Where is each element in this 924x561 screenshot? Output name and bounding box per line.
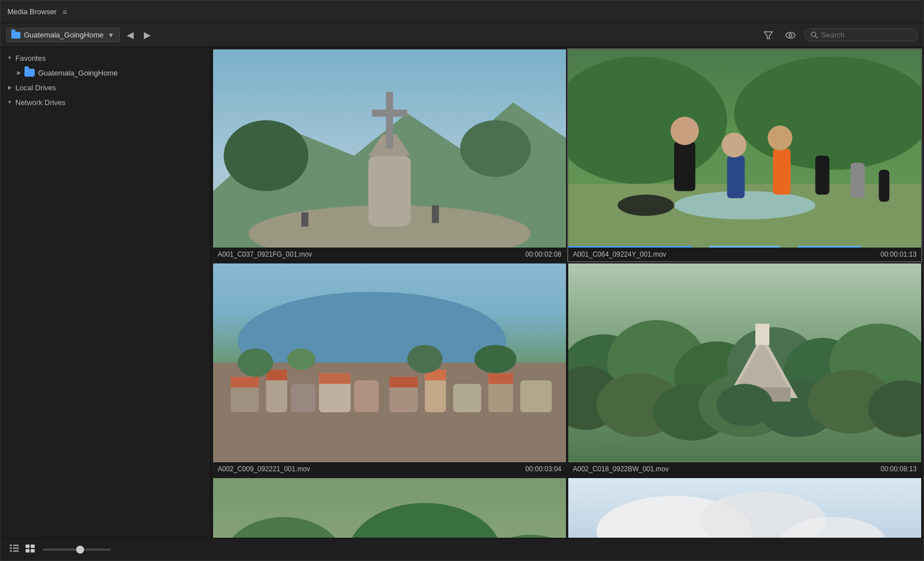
back-button[interactable]: ◀ [123, 27, 137, 43]
list-view-button[interactable] [7, 543, 21, 556]
thumb-lake-scene [213, 263, 566, 462]
svg-rect-47 [319, 374, 351, 384]
svg-point-14 [460, 120, 531, 177]
slider-track [43, 549, 111, 551]
folder-dropdown[interactable]: Guatemala_GoingHome ▾ [6, 28, 120, 42]
search-input[interactable] [821, 31, 906, 39]
thumb-soccer-scene [568, 49, 921, 248]
guatemala-label: Guatemala_GoingHome [38, 69, 118, 77]
svg-rect-44 [520, 380, 552, 412]
svg-rect-28 [815, 156, 830, 195]
favorites-arrow-icon [5, 53, 14, 62]
svg-point-73 [717, 384, 773, 426]
svg-rect-9 [368, 156, 411, 227]
svg-point-54 [475, 345, 517, 374]
media-grid: A001_C037_0921FG_001.mov 00:00:02:08 [213, 49, 921, 538]
thumbnail-clip6 [568, 478, 921, 538]
media-cell-clip6[interactable] [568, 478, 921, 538]
svg-point-51 [238, 349, 273, 377]
main-content: Favorites Guatemala_GoingHome Local Driv… [1, 47, 923, 538]
svg-rect-29 [851, 163, 865, 198]
svg-point-21 [674, 191, 815, 220]
cross-scene-svg [213, 49, 566, 248]
filename-clip3: A002_C009_092221_001.mov [218, 465, 310, 473]
menu-icon[interactable]: ≡ [63, 7, 67, 16]
progress-bar [568, 245, 921, 248]
svg-point-31 [618, 195, 674, 216]
duration-clip4: 00:00:08:13 [881, 465, 917, 473]
svg-point-25 [722, 133, 746, 158]
network-drives-arrow-icon [5, 98, 14, 107]
svg-rect-48 [390, 377, 418, 388]
filename-clip1: A001_C037_0921FG_001.mov [218, 250, 312, 258]
sidebar-item-local-drives[interactable]: Local Drives [1, 80, 210, 95]
thumb-size-slider [43, 549, 111, 551]
sidebar-item-favorites[interactable]: Favorites [1, 51, 210, 65]
duration-clip2: 00:00:01:13 [881, 250, 917, 258]
slider-thumb[interactable] [76, 546, 84, 554]
thumbnail-clip1 [213, 49, 566, 248]
guatemala-arrow-icon [14, 68, 23, 77]
svg-rect-95 [31, 549, 35, 552]
svg-rect-45 [231, 377, 259, 388]
svg-rect-42 [453, 384, 481, 412]
svg-line-4 [815, 36, 818, 39]
filter-button[interactable] [760, 28, 777, 43]
view-icons [7, 543, 37, 556]
partial-right-svg [568, 478, 921, 538]
folder-name-label: Guatemala_GoingHome [24, 31, 103, 39]
media-cell-clip5[interactable] [213, 478, 566, 538]
svg-rect-16 [301, 212, 308, 227]
media-info-clip2: A001_C064_09224Y_001.mov 00:00:01:13 [568, 248, 921, 261]
toolbar-icons [760, 28, 918, 43]
sidebar-item-network-drives[interactable]: Network Drives [1, 95, 210, 110]
svg-rect-26 [773, 149, 790, 195]
grid-view-button[interactable] [23, 543, 37, 556]
svg-rect-94 [26, 549, 30, 552]
filename-clip4: A002_C018_0922BW_001.mov [573, 465, 669, 473]
app-title: Media Browser [7, 7, 57, 16]
lake-scene-svg [213, 263, 566, 462]
sidebar-item-guatemala[interactable]: Guatemala_GoingHome [1, 65, 210, 80]
svg-rect-93 [31, 545, 35, 548]
svg-rect-92 [26, 545, 30, 548]
svg-rect-90 [10, 550, 12, 552]
visibility-button[interactable] [781, 28, 800, 43]
guatemala-folder-icon [24, 69, 35, 77]
search-bar [804, 28, 918, 41]
progress-segment-3 [798, 246, 861, 248]
media-area: A001_C037_0921FG_001.mov 00:00:02:08 [211, 47, 923, 538]
media-info-clip4: A002_C018_0922BW_001.mov 00:00:08:13 [568, 462, 921, 476]
svg-rect-12 [372, 110, 407, 116]
media-cell-clip1[interactable]: A001_C037_0921FG_001.mov 00:00:02:08 [213, 49, 566, 261]
network-drives-label: Network Drives [15, 98, 65, 107]
svg-rect-24 [727, 156, 744, 198]
duration-clip3: 00:00:03:04 [526, 465, 561, 473]
thumb-forest-scene [568, 263, 921, 462]
thumb-partial-right-scene [568, 478, 921, 538]
title-bar: Media Browser ≡ [1, 1, 923, 23]
thumbnail-clip3 [213, 263, 566, 462]
svg-rect-72 [755, 324, 769, 345]
progress-segment-1 [568, 246, 692, 248]
svg-rect-15 [432, 205, 439, 223]
thumb-partial-left-scene [213, 478, 566, 538]
svg-rect-91 [13, 550, 19, 552]
media-cell-clip2[interactable]: A001_C064_09224Y_001.mov 00:00:01:13 [568, 49, 921, 261]
thumbnail-clip2 [568, 49, 921, 248]
svg-rect-88 [10, 547, 12, 549]
thumbnail-clip5 [213, 478, 566, 538]
filter-icon [763, 30, 773, 40]
media-cell-clip4[interactable]: A002_C018_0922BW_001.mov 00:00:08:13 [568, 263, 921, 475]
eye-icon [785, 30, 796, 40]
filename-clip2: A001_C064_09224Y_001.mov [573, 250, 666, 258]
forest-scene-svg [568, 263, 921, 462]
forward-button[interactable]: ▶ [140, 27, 154, 43]
local-drives-label: Local Drives [15, 83, 56, 92]
svg-rect-39 [354, 380, 378, 412]
media-browser-window: Media Browser ≡ Guatemala_GoingHome ▾ ◀ … [0, 0, 924, 561]
media-cell-clip3[interactable]: A002_C009_092221_001.mov 00:00:03:04 [213, 263, 566, 475]
svg-rect-86 [10, 545, 12, 546]
svg-point-52 [287, 349, 315, 370]
svg-rect-11 [386, 92, 393, 149]
